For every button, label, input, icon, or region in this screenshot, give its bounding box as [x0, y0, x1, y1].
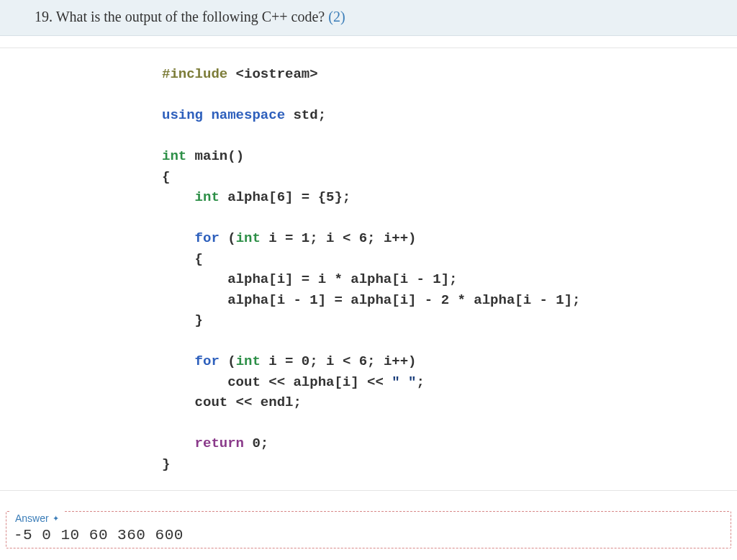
code-keyword: namespace: [203, 107, 285, 123]
code-block: #include <iostream> using namespace std;…: [162, 64, 737, 474]
code-text: (: [220, 230, 236, 246]
code-text: <iostream>: [227, 66, 317, 82]
code-string: " ": [392, 374, 416, 390]
question-points: (2): [328, 9, 345, 24]
code-text: }: [162, 456, 170, 472]
code-text: cout << alpha[i] <<: [162, 374, 392, 390]
question-text: What is the output of the following C++ …: [56, 9, 325, 24]
code-text: i = 1; i < 6; i++): [261, 230, 417, 246]
answer-label-container[interactable]: Answer ✦: [11, 510, 63, 527]
question-number: 19.: [35, 9, 53, 24]
code-text: alpha[6] = {5};: [220, 189, 351, 205]
code-text: i = 0; i < 6; i++): [261, 353, 417, 369]
answer-text: -5 0 10 60 360 600: [6, 527, 731, 548]
code-text: (): [227, 148, 244, 164]
code-type: int: [162, 148, 186, 164]
answer-box: Answer ✦ -5 0 10 60 360 600: [6, 511, 731, 548]
code-keyword: for: [162, 230, 220, 246]
code-text: {: [162, 251, 203, 267]
question-header: 19. What is the output of the following …: [0, 0, 737, 36]
code-text: {: [162, 169, 170, 185]
code-text: alpha[i - 1] = alpha[i] - 2 * alpha[i - …: [162, 292, 581, 308]
code-keyword: return: [162, 435, 244, 451]
code-text: (: [220, 353, 236, 369]
code-text: alpha[i] = i * alpha[i - 1];: [162, 271, 457, 287]
code-text: cout << endl;: [162, 394, 302, 410]
code-keyword: using: [162, 107, 203, 123]
code-type: int: [162, 189, 220, 205]
down-arrow-icon: ✦: [53, 514, 59, 523]
code-container: #include <iostream> using namespace std;…: [0, 48, 737, 491]
code-text: main: [186, 148, 227, 164]
code-text: ;: [416, 374, 424, 390]
code-text: }: [162, 312, 203, 328]
code-preproc: #include: [162, 66, 227, 82]
answer-label: Answer: [15, 512, 49, 524]
code-keyword: for: [162, 353, 220, 369]
code-type: int: [236, 230, 261, 246]
code-text: std;: [285, 107, 326, 123]
code-text: 0;: [244, 435, 268, 451]
code-type: int: [236, 353, 261, 369]
